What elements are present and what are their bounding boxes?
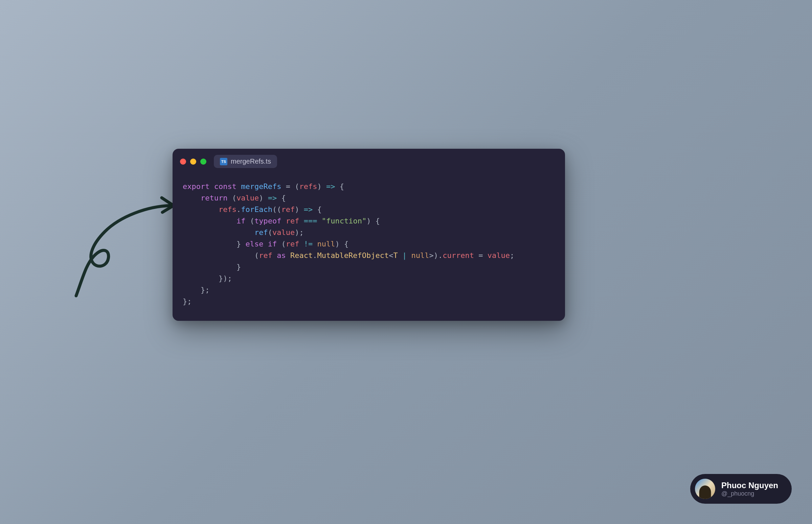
file-tab[interactable]: TS mergeRefs.ts <box>214 155 277 168</box>
file-name-label: mergeRefs.ts <box>231 158 271 165</box>
code-editor-window: TS mergeRefs.ts export const mergeRefs =… <box>173 149 565 321</box>
typescript-icon: TS <box>220 158 227 165</box>
maximize-icon[interactable] <box>200 159 206 165</box>
window-titlebar: TS mergeRefs.ts <box>173 149 565 174</box>
author-badge[interactable]: Phuoc Nguyen @_phuocng <box>690 474 792 504</box>
author-text: Phuoc Nguyen @_phuocng <box>721 481 778 497</box>
avatar <box>695 479 715 499</box>
author-name: Phuoc Nguyen <box>721 481 778 490</box>
code-content: export const mergeRefs = (refs) => { ret… <box>173 174 565 321</box>
minimize-icon[interactable] <box>190 159 196 165</box>
author-handle: @_phuocng <box>721 490 778 497</box>
arrow-doodle-icon <box>66 196 181 304</box>
traffic-lights <box>180 159 206 165</box>
close-icon[interactable] <box>180 159 186 165</box>
